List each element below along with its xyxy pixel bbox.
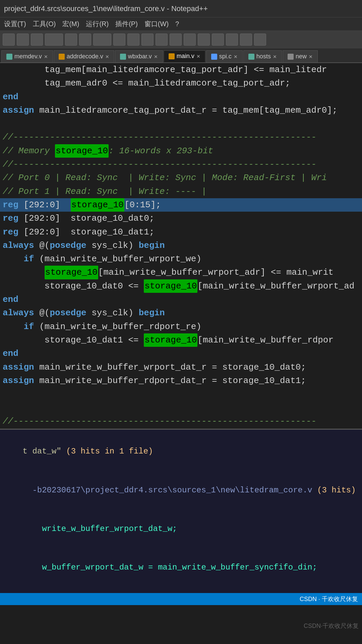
toolbar-btn-17[interactable] [240,34,252,46]
code-line-comment1: //--------------------------------------… [0,130,362,144]
toolbar-btn-2[interactable] [17,34,29,46]
search-result-match2: w_buffer_wrport_dat_w = main_write_w_buf… [3,548,359,587]
code-line-storage10-comment: // Memory storage_10: 16-words x 293-bit [0,144,362,158]
code-line-blank1 [0,117,362,130]
menu-item-window[interactable]: 窗口(W) [144,19,169,29]
tab-hosts[interactable]: hosts ✕ [243,50,282,62]
code-line-end1: end [0,293,362,306]
tab-label-hosts: hosts [256,53,271,60]
code-line-comment2: //--------------------------------------… [0,158,362,171]
toolbar [0,31,362,48]
code-line-1: tag_mem[main_litedramcore_tag_port_adr] … [0,63,362,76]
toolbar-btn-3[interactable] [31,34,43,46]
toolbar-btn-8[interactable] [113,34,125,46]
menu-item-help[interactable]: ? [175,20,179,28]
tab-spi[interactable]: spi.c ✕ [206,50,243,62]
code-line-storage10-wr: storage_10[main_write_w_buffer_wrport_ad… [0,266,362,279]
toolbar-btn-10[interactable] [141,34,154,46]
toolbar-btn-6[interactable] [79,34,91,46]
toolbar-btn-13[interactable] [184,34,196,46]
search-result-match1: write_w_buffer_wrport_dat_w; [3,509,359,548]
toolbar-btn-14[interactable] [198,34,210,46]
code-line-port1: // Port 1 | Read: Sync | Write: ---- | [0,185,362,198]
toolbar-btn-12[interactable] [170,34,182,46]
code-line-reg10-dat0: reg [292:0] storage_10_dat0; [0,212,362,225]
code-line-always1: always @(posedge sys_clk) begin [0,239,362,252]
code-line-if2: if (main_write_w_buffer_rdport_re) [0,320,362,333]
code-line-4: assign main_litedramcore_tag_port_dat_r … [0,104,362,117]
menu-bar: 设置(T) 工具(O) 宏(M) 运行(R) 插件(P) 窗口(W) ? [0,17,362,31]
menu-item-settings[interactable]: 设置(T) [4,19,26,29]
tab-close-memdev[interactable]: ✕ [44,54,48,59]
toolbar-btn-4[interactable] [45,34,63,46]
title-text: project_ddr4.srcs\sources_1\new\litedram… [4,4,208,13]
toolbar-btn-16[interactable] [226,34,238,46]
search-result-match3: 0[main_write_w_buffer_wrport_adr] <= mai… [3,587,359,593]
code-line-reg10-hl: reg [292:0] storage_10[0:15]; [0,198,362,212]
tab-label-new: new [296,53,307,60]
status-text: CSDN · 千欢收尺休复 [300,595,358,603]
tab-label-main: main.v [177,53,194,60]
tab-icon-spi [211,54,217,60]
code-line-reg10-dat1: reg [292:0] storage_10_dat1; [0,225,362,239]
tab-label-spi: spi.c [219,53,232,60]
toolbar-btn-9[interactable] [127,34,139,46]
tab-close-addrdecode[interactable]: ✕ [105,54,109,59]
tab-label-memdev: memdev.v [14,53,42,60]
watermark: CSDN·千欢收尺休复 [304,622,359,630]
code-line-if1: if (main_write_w_buffer_wrport_we) [0,252,362,266]
tab-label-addrdecode: addrdecode.v [67,53,103,60]
tab-icon-memdev [6,54,12,60]
tab-addrdecode[interactable]: addrdecode.v ✕ [54,50,114,62]
tab-close-wbxbar[interactable]: ✕ [154,54,158,59]
search-result-file1: -b20230617\project_ddr4.srcs\sources_1\n… [3,471,359,509]
code-line-assign-wrport: assign main_write_w_buffer_wrport_dat_r … [0,361,362,374]
tabs-bar: memdev.v ✕ addrdecode.v ✕ wbxbar.v ✕ mai… [0,48,362,63]
search-result-1: t dat_w" (3 hits in 1 file) [3,432,359,471]
toolbar-btn-1[interactable] [3,34,15,46]
tab-wbxbar[interactable]: wbxbar.v ✕ [115,50,163,62]
code-line-storage10-dat0: storage_10_dat0 <= storage_10[main_write… [0,279,362,293]
tab-icon-main [169,53,175,59]
toolbar-btn-11[interactable] [156,34,168,46]
tab-close-hosts[interactable]: ✕ [273,54,277,59]
tab-icon-new [288,54,294,60]
code-line-always2: always @(posedge sys_clk) begin [0,306,362,320]
toolbar-btn-5[interactable] [65,34,77,46]
code-line-blank3 [0,401,362,414]
menu-item-plugins[interactable]: 插件(P) [115,19,138,29]
code-area[interactable]: tag_mem[main_litedramcore_tag_port_adr] … [0,63,362,429]
tab-icon-addrdecode [59,54,65,60]
toolbar-btn-18[interactable] [254,34,266,46]
code-line-comment11-1: //--------------------------------------… [0,415,362,428]
menu-item-macro[interactable]: 宏(M) [62,19,79,29]
tab-memdev[interactable]: memdev.v ✕ [1,50,53,62]
tab-close-main[interactable]: ✕ [196,54,200,59]
search-pane: t dat_w" (3 hits in 1 file) -b20230617\p… [0,429,362,593]
tab-icon-hosts [248,54,254,60]
code-line-port0: // Port 0 | Read: Sync | Write: Sync | M… [0,171,362,184]
menu-item-run[interactable]: 运行(R) [86,19,109,29]
tab-close-spi[interactable]: ✕ [234,54,238,59]
tab-new[interactable]: new ✕ [283,50,318,62]
toolbar-btn-7[interactable] [93,34,111,46]
code-line-2: tag_mem_adr0 <= main_litedramcore_tag_po… [0,76,362,90]
toolbar-btn-15[interactable] [212,34,224,46]
tab-icon-wbxbar [120,54,126,60]
tab-label-wbxbar: wbxbar.v [128,53,152,60]
tab-close-new[interactable]: ✕ [309,54,313,59]
title-bar: project_ddr4.srcs\sources_1\new\litedram… [0,0,362,17]
code-line-assign-rdport: assign main_write_w_buffer_rdport_dat_r … [0,374,362,387]
status-bar: CSDN · 千欢收尺休复 [0,593,362,605]
code-line-3: end [0,90,362,104]
tab-main[interactable]: main.v ✕ [164,50,205,62]
code-line-end2: end [0,347,362,360]
code-line-blank2 [0,387,362,401]
menu-item-tools[interactable]: 工具(O) [33,19,56,29]
code-line-storage10-dat1: storage_10_dat1 <= storage_10[main_write… [0,333,362,347]
